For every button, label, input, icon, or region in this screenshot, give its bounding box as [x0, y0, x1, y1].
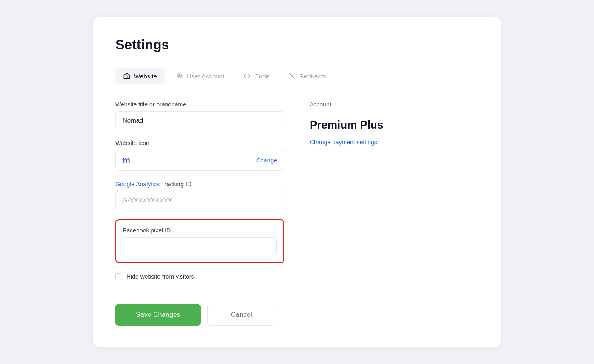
hide-visitors-label[interactable]: Hide website from visitors [126, 273, 194, 280]
redirects-icon [288, 72, 296, 80]
website-title-label: Website title or brandname [115, 101, 284, 108]
save-changes-button[interactable]: Save Changes [115, 304, 201, 326]
account-section: Account Premium Plus Change payment sett… [310, 101, 479, 146]
tab-code[interactable]: Code [235, 68, 277, 84]
tab-redirects-label: Redirects [299, 73, 326, 80]
icon-preview: m [123, 155, 130, 165]
tabs-bar: Website User Account [115, 68, 479, 84]
tab-user-account[interactable]: User Account [168, 68, 232, 84]
tab-redirects[interactable]: Redirects [280, 68, 333, 84]
facebook-pixel-field-group: Facebook pixel ID [115, 219, 284, 263]
user-account-icon [176, 72, 183, 80]
cancel-button[interactable]: Cancel [207, 304, 275, 326]
change-icon-link[interactable]: Change [256, 157, 277, 164]
website-title-input[interactable] [115, 111, 284, 129]
page-title: Settings [115, 37, 479, 53]
hide-visitors-checkbox[interactable] [115, 273, 122, 280]
facebook-pixel-label: Facebook pixel ID [123, 227, 277, 234]
hide-visitors-group: Hide website from visitors [115, 273, 284, 280]
analytics-label-suffix: Tracking ID [160, 181, 191, 188]
account-label: Account [310, 101, 479, 113]
button-row: Save Changes Cancel [115, 304, 284, 326]
left-column: Website title or brandname Website icon … [115, 101, 284, 326]
tab-website[interactable]: Website [115, 68, 165, 84]
home-icon [123, 72, 131, 80]
svg-point-0 [126, 75, 127, 76]
change-payment-link[interactable]: Change payment settings [310, 139, 377, 146]
tab-website-label: Website [134, 73, 157, 80]
analytics-input[interactable] [115, 191, 284, 209]
code-icon [243, 72, 251, 80]
facebook-pixel-input[interactable] [123, 237, 277, 255]
account-plan: Premium Plus [310, 118, 479, 132]
right-column: Account Premium Plus Change payment sett… [310, 101, 479, 326]
tab-code-label: Code [254, 73, 269, 80]
website-title-field-group: Website title or brandname [115, 101, 284, 129]
analytics-field-group: Google Analytics Tracking ID [115, 181, 284, 209]
google-analytics-link[interactable]: Google Analytics [115, 181, 160, 188]
svg-point-1 [178, 74, 180, 76]
settings-card: Settings Website [93, 17, 501, 347]
website-icon-field-group: Website icon m Change [115, 140, 284, 171]
icon-field-container: m Change [115, 150, 284, 171]
tab-user-account-label: User Account [187, 73, 224, 80]
page-wrapper: Settings Website [0, 0, 594, 364]
content-grid: Website title or brandname Website icon … [115, 101, 479, 326]
analytics-label: Google Analytics Tracking ID [115, 181, 284, 188]
website-icon-label: Website icon [115, 140, 284, 146]
